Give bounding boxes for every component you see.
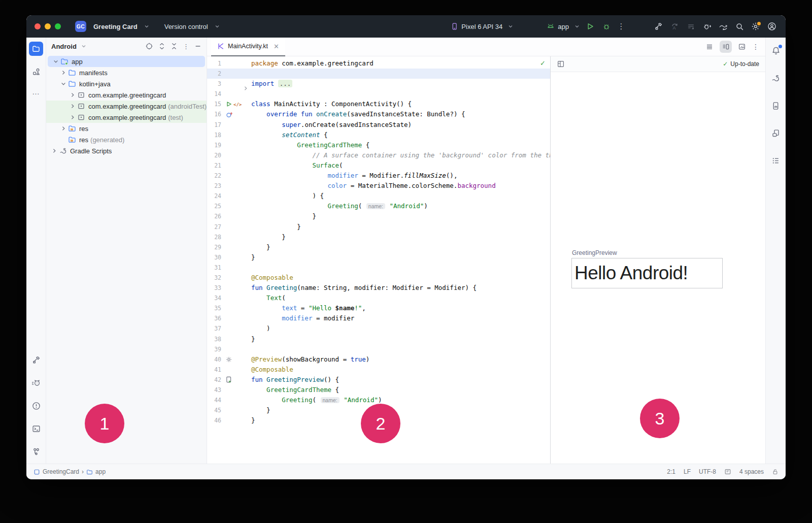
code-view-icon[interactable] [703,41,716,53]
line-number[interactable]: 23 [207,181,221,191]
project-name-menu[interactable]: Greeting Card [93,23,138,30]
breadcrumb-module[interactable]: app [95,468,106,475]
run-configuration-selector[interactable]: app [547,22,580,30]
line-number[interactable]: 28 [207,232,221,242]
running-devices-icon[interactable] [769,126,783,140]
hide-panel-icon[interactable] [194,43,201,50]
gear-gutter-icon[interactable] [226,356,232,363]
line-number[interactable]: 29 [207,242,221,252]
indent-guides-icon[interactable] [724,468,731,475]
run-gutter-icon[interactable] [226,101,232,107]
editor-options-icon[interactable]: ⋮ [752,43,759,51]
line-ending[interactable]: LF [684,468,691,475]
override-gutter-icon[interactable] [226,111,233,118]
tree-item-res[interactable]: res(generated) [46,134,207,145]
code-line-43[interactable]: 43 GreetingCardTheme { [207,385,550,395]
code-line-40[interactable]: 40@Preview(showBackground = true) [207,354,550,365]
line-number[interactable]: 19 [207,140,221,150]
line-number[interactable]: 20 [207,150,221,160]
code-editor[interactable]: ✓ 1package com.example.greetingcard23imp… [207,56,551,464]
more-tool-windows-icon[interactable]: … [32,87,40,96]
preview-build-status[interactable]: ✓ Up-to-date [723,60,759,68]
tree-item-app[interactable]: app [48,56,205,67]
code-line-15[interactable]: 15</>class MainActivity : ComponentActiv… [207,99,550,109]
close-tab-icon[interactable]: ✕ [274,43,279,50]
resource-manager-icon[interactable] [29,64,43,79]
inspections-ok-icon[interactable]: ✓ [540,59,546,67]
more-run-options-icon[interactable]: ⋮ [617,22,625,31]
line-number[interactable]: 36 [207,313,221,323]
tree-item-gradle-scripts[interactable]: Gradle Scripts [46,145,207,156]
problems-icon[interactable] [29,399,43,413]
lock-icon[interactable] [772,468,779,475]
chevron-right-icon[interactable] [59,125,67,132]
code-line-23[interactable]: 23 color = MaterialTheme.colorScheme.bac… [207,181,550,191]
code-line-31[interactable]: 31 [207,263,550,273]
line-number[interactable]: 39 [207,344,221,354]
tree-item-manifests[interactable]: manifests [46,67,207,78]
build-tool-icon[interactable] [29,353,43,367]
settings-icon[interactable] [750,21,761,32]
code-line-17[interactable]: 17 super.onCreate(savedInstanceState) [207,120,550,130]
line-number[interactable]: 22 [207,171,221,181]
project-options-icon[interactable]: ⋮ [183,43,189,50]
tree-item-com-example-greetingcard[interactable]: com.example.greetingcard [46,89,207,101]
code-line-2[interactable]: 2 [207,69,550,79]
chevron-right-icon[interactable] [59,70,67,76]
code-line-27[interactable]: 27 } [207,222,550,232]
code-line-3[interactable]: 3import ... [207,79,550,89]
line-number[interactable]: 32 [207,273,221,283]
preview-layout-icon[interactable] [557,60,565,68]
line-number[interactable]: 17 [207,120,221,130]
device-manager-icon[interactable] [769,99,783,113]
project-view-selector[interactable]: Android [51,43,77,50]
code-line-38[interactable]: 38} [207,334,550,344]
expand-all-icon[interactable] [158,42,165,50]
attach-debugger-icon[interactable] [701,21,713,32]
minimize-window-button[interactable] [45,23,51,29]
code-line-39[interactable]: 39 [207,344,550,354]
code-line-33[interactable]: 33fun Greeting(name: String, modifier: M… [207,283,550,293]
structure-icon[interactable] [769,153,783,168]
preview-composable-name[interactable]: GreetingPreview [572,249,617,256]
code-line-32[interactable]: 32@Composable [207,273,550,283]
line-number[interactable]: 41 [207,365,221,375]
code-line-29[interactable]: 29 } [207,242,550,252]
breadcrumb-project[interactable]: GreetingCard [43,468,79,475]
line-number[interactable]: 15 [207,99,221,109]
line-number[interactable]: 43 [207,385,221,395]
line-number[interactable]: 46 [207,415,221,426]
line-number[interactable]: 26 [207,211,221,221]
line-number[interactable]: 33 [207,283,221,293]
search-everywhere-icon[interactable] [734,21,745,32]
indent-size[interactable]: 4 spaces [739,468,764,475]
code-gutter-icon[interactable]: </> [233,99,242,110]
line-number[interactable]: 34 [207,293,221,303]
tree-item-res[interactable]: res [46,123,207,134]
chevron-right-icon[interactable] [69,103,77,109]
design-view-icon[interactable] [736,41,748,53]
code-line-19[interactable]: 19 GreetingCardTheme { [207,140,550,150]
tab-mainactivity[interactable]: MainActivity.kt ✕ [211,38,285,56]
profile-avatar-icon[interactable] [766,21,777,32]
line-number[interactable]: 14 [207,89,221,99]
line-number[interactable]: 24 [207,191,221,201]
collapse-all-icon[interactable] [171,42,178,50]
code-line-20[interactable]: 20 // A surface container using the 'bac… [207,150,550,160]
line-number[interactable]: 45 [207,405,221,415]
code-line-1[interactable]: 1package com.example.greetingcard [207,58,550,69]
gutter[interactable]: </> [221,99,251,110]
preview-render-frame[interactable]: Hello Android! [571,258,723,288]
line-number[interactable]: 42 [207,375,221,385]
gutter[interactable] [221,356,251,363]
vcs-menu[interactable]: Version control [164,23,208,30]
project-tool-icon[interactable] [29,42,43,56]
tree-item-com-example-greetingcard[interactable]: com.example.greetingcard(androidTest) [46,101,207,112]
caret-position[interactable]: 2:1 [667,468,675,475]
line-number[interactable]: 38 [207,334,221,344]
terminal-icon[interactable] [29,421,43,436]
build-icon[interactable] [653,21,664,32]
gutter[interactable] [221,376,251,383]
tree-item-com-example-greetingcard[interactable]: com.example.greetingcard(test) [46,112,207,123]
gradle-icon[interactable] [769,71,783,85]
